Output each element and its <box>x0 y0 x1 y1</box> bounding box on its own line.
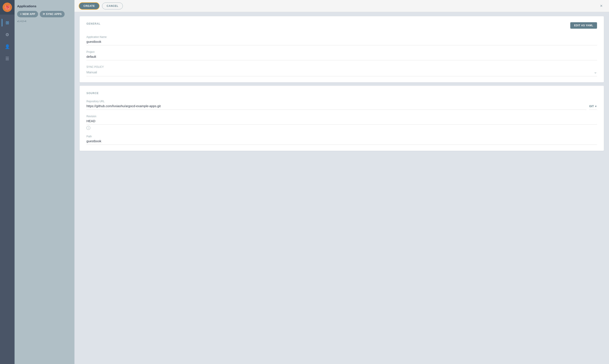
info-icon: i <box>86 126 90 130</box>
top-bar: CREATE CANCEL × <box>74 0 609 12</box>
project-value[interactable]: default <box>86 55 597 60</box>
edit-yaml-button[interactable]: EDIT AS YAML <box>570 22 597 29</box>
new-app-button[interactable]: + NEW APP <box>17 11 38 17</box>
panel-title: Applications <box>17 3 72 9</box>
sync-policy-field: SYNC POLICY Manual ⌄ <box>86 65 597 76</box>
path-field: Path guestbook <box>86 135 597 145</box>
repo-url-value[interactable]: https://github.com/lvxiaohu/argocd-examp… <box>86 104 586 110</box>
version-tag: v1.4.2+4 <box>17 19 72 23</box>
sidebar-item-settings[interactable]: ⚙ <box>2 29 13 40</box>
path-label: Path <box>86 135 597 138</box>
revision-label: Revision <box>86 115 597 118</box>
general-section-header: GENERAL EDIT AS YAML <box>86 22 597 30</box>
sync-policy-label: SYNC POLICY <box>86 65 597 68</box>
revision-value[interactable]: HEAD <box>86 119 597 125</box>
revision-field: Revision HEAD i <box>86 115 597 130</box>
repo-url-label: Repository URL <box>86 100 597 103</box>
path-value[interactable]: guestbook <box>86 139 597 145</box>
sync-apps-button[interactable]: ⟳ SYNC APPS <box>40 11 65 17</box>
form-scroll: GENERAL EDIT AS YAML Application Name gu… <box>74 12 609 364</box>
user-icon: 👤 <box>5 44 10 49</box>
app-logo: 🐙 <box>2 2 12 12</box>
cancel-button[interactable]: CANCEL <box>102 2 123 9</box>
sidebar: 🐙 ⊞ ⚙ 👤 ☰ <box>0 0 14 364</box>
source-card: SOURCE Repository URL https://github.com… <box>79 86 604 151</box>
repo-url-field: Repository URL https://github.com/lvxiao… <box>86 100 597 110</box>
full-layout: Applications + NEW APP ⟳ SYNC APPS v1.4.… <box>14 0 609 364</box>
logo-icon: 🐙 <box>4 4 11 10</box>
repo-url-row: https://github.com/lvxiaohu/argocd-examp… <box>86 104 597 110</box>
general-card: GENERAL EDIT AS YAML Application Name gu… <box>79 16 604 82</box>
sync-policy-dropdown[interactable]: Manual ⌄ <box>86 70 597 76</box>
app-content: CREATE CANCEL × GENERAL EDIT AS YAML App… <box>74 0 609 364</box>
sidebar-item-applications[interactable]: ⊞ <box>2 17 13 28</box>
left-panel: Applications + NEW APP ⟳ SYNC APPS v1.4.… <box>14 0 74 364</box>
sidebar-nav: ⊞ ⚙ 👤 ☰ <box>2 14 13 364</box>
app-name-label: Application Name <box>86 36 597 39</box>
general-title: GENERAL <box>86 22 101 25</box>
git-badge-label: GIT <box>589 104 594 108</box>
panel-actions: + NEW APP ⟳ SYNC APPS <box>17 11 72 17</box>
source-title: SOURCE <box>86 92 597 95</box>
app-name-field: Application Name guestbook <box>86 36 597 45</box>
main-area: Applications + NEW APP ⟳ SYNC APPS v1.4.… <box>14 0 609 364</box>
git-badge[interactable]: GIT ▼ <box>589 104 597 110</box>
sidebar-logo: 🐙 <box>0 0 14 14</box>
layers-icon: ⊞ <box>6 20 9 25</box>
project-label: Project <box>86 51 597 53</box>
create-button[interactable]: CREATE <box>79 2 100 10</box>
sidebar-item-docs[interactable]: ☰ <box>2 53 13 64</box>
sidebar-item-user[interactable]: 👤 <box>2 41 13 52</box>
docs-icon: ☰ <box>5 56 9 61</box>
settings-icon: ⚙ <box>5 32 9 37</box>
app-name-value[interactable]: guestbook <box>86 40 597 45</box>
project-field: Project default <box>86 51 597 60</box>
close-button[interactable]: × <box>598 2 605 9</box>
git-dropdown-icon: ▼ <box>595 105 597 108</box>
sync-policy-value: Manual <box>86 70 97 74</box>
chevron-down-icon: ⌄ <box>594 70 597 74</box>
